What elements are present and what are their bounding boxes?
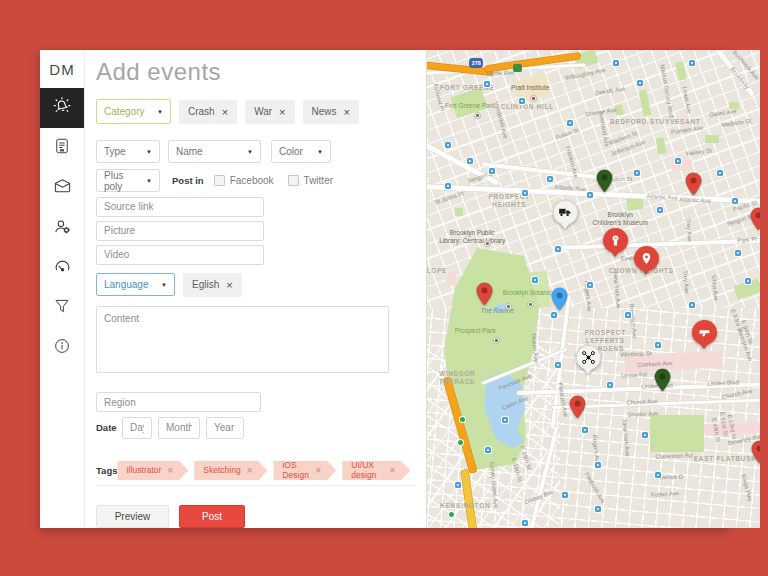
tags-label: Tags [96, 465, 117, 476]
map-pin-green[interactable] [596, 169, 613, 197]
close-icon[interactable]: × [315, 465, 321, 476]
category-chip: News× [303, 100, 359, 124]
tag-chip: UI/UX design× [342, 461, 410, 480]
map-marker-location[interactable] [634, 246, 659, 271]
map-pin-green[interactable] [654, 368, 671, 396]
map-markers [427, 50, 760, 528]
picture-input[interactable] [96, 221, 264, 241]
news-doc-icon [53, 137, 71, 159]
chevron-down-icon: ▼ [317, 149, 323, 155]
post-in-label: Post in [172, 175, 204, 186]
dribbble-shot-background: { "app": { "logo": "DM", "background_col… [0, 0, 768, 576]
sidebar-item-info[interactable] [40, 328, 84, 368]
date-row: Date [96, 417, 416, 439]
close-icon[interactable]: × [222, 106, 228, 118]
close-icon[interactable]: × [344, 106, 350, 118]
region-input[interactable] [96, 392, 261, 412]
info-icon [53, 337, 71, 359]
map-marker-drone[interactable] [576, 345, 601, 370]
date-day-input[interactable] [122, 417, 152, 439]
type-select[interactable]: Type▼ [96, 140, 160, 163]
user-settings-icon [53, 217, 72, 240]
mail-icon [53, 177, 72, 200]
chevron-down-icon: ▼ [157, 109, 163, 115]
sidebar-item-alerts[interactable] [40, 88, 84, 128]
close-icon[interactable]: × [247, 465, 253, 476]
map-marker-gun[interactable] [692, 320, 717, 345]
alert-bell-icon [52, 96, 72, 120]
language-select-value: Language [104, 279, 149, 290]
page-title: Add events [96, 58, 416, 86]
language-row: Language ▼ Eglish× [96, 273, 416, 297]
add-events-window: DM [40, 50, 728, 528]
source-link-input[interactable] [96, 197, 264, 217]
sidebar-item-news[interactable] [40, 128, 84, 168]
twitter-checkbox[interactable] [288, 175, 299, 186]
type-name-color-row: Type▼ Name▼ Color▼ [96, 140, 416, 163]
facebook-checkbox[interactable] [214, 175, 225, 186]
close-icon[interactable]: × [279, 106, 285, 118]
chevron-down-icon: ▼ [161, 282, 167, 288]
close-icon[interactable]: × [389, 465, 395, 476]
video-input[interactable] [96, 245, 264, 265]
language-select[interactable]: Language ▼ [96, 273, 175, 296]
sidebar-item-mail[interactable] [40, 168, 84, 208]
close-icon[interactable]: × [226, 279, 232, 291]
map-pin-red[interactable] [569, 395, 586, 423]
map-marker-truck[interactable] [553, 200, 578, 225]
chevron-down-icon: ▼ [247, 149, 253, 155]
sidebar-item-users[interactable] [40, 208, 84, 248]
map[interactable]: 278 FORT GREENECLINTON HILLBEDFORD-STUYV… [426, 50, 760, 528]
tag-chip: Illustrator× [117, 461, 188, 480]
post-in-row: Plus poly▼ Post in Facebook Twitter [96, 169, 416, 192]
preview-button[interactable]: Preview [96, 505, 169, 528]
category-select-value: Category [104, 106, 145, 117]
map-pin-red[interactable] [685, 172, 702, 200]
map-pin-red[interactable] [750, 207, 761, 235]
map-pin-red[interactable] [476, 282, 493, 310]
language-chip: Eglish× [183, 273, 242, 297]
category-select[interactable]: Category ▼ [96, 99, 171, 124]
tags-row: Tags Illustrator× Sketching× iOS Design×… [96, 461, 416, 480]
category-chip: War× [245, 100, 294, 124]
name-select[interactable]: Name▼ [168, 140, 261, 163]
date-month-input[interactable] [158, 417, 200, 439]
tag-chip: Sketching× [194, 461, 267, 480]
close-icon[interactable]: × [167, 465, 173, 476]
twitter-option: Twitter [288, 175, 333, 186]
sidebar-item-filter[interactable] [40, 288, 84, 328]
filter-icon [53, 297, 71, 319]
color-select[interactable]: Color▼ [271, 140, 331, 163]
gauge-icon [53, 257, 72, 280]
chevron-down-icon: ▼ [146, 149, 152, 155]
date-year-input[interactable] [206, 417, 244, 439]
category-chip: Crash× [179, 100, 237, 124]
facebook-option: Facebook [214, 175, 274, 186]
tag-chip: iOS Design× [273, 461, 336, 480]
chevron-down-icon: ▼ [146, 178, 152, 184]
post-button[interactable]: Post [179, 505, 245, 528]
form-footer: Preview Post [96, 485, 416, 528]
sidebar: DM [40, 50, 85, 528]
date-label: Date [96, 422, 122, 433]
add-events-form: Add events Category ▼ Crash× War× News× … [85, 50, 426, 528]
plus-poly-select[interactable]: Plus poly▼ [96, 169, 160, 192]
map-pin-blue[interactable] [551, 287, 568, 315]
map-pin-red[interactable] [751, 440, 761, 468]
content-textarea[interactable] [96, 306, 389, 373]
app-logo: DM [40, 50, 84, 88]
sidebar-item-dashboard[interactable] [40, 248, 84, 288]
category-row: Category ▼ Crash× War× News× [96, 99, 416, 124]
map-marker-protest[interactable] [603, 228, 628, 253]
